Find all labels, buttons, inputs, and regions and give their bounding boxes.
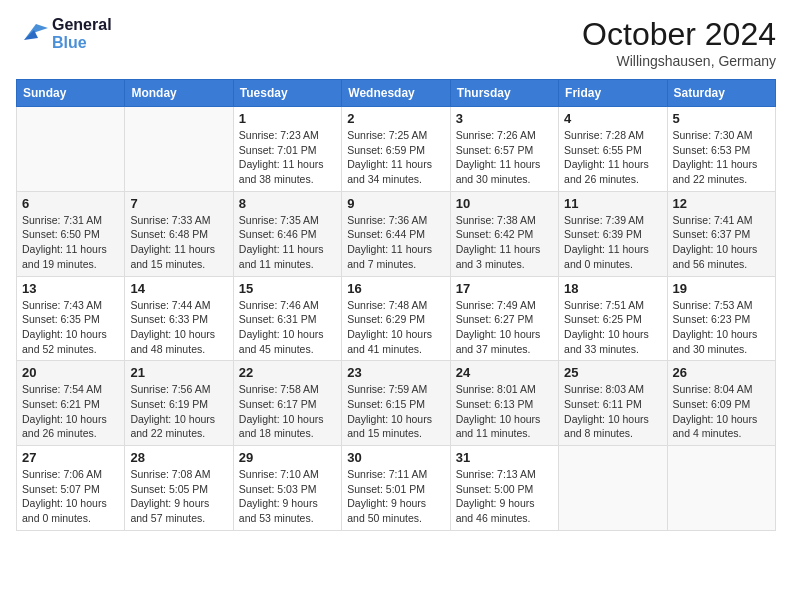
day-info: Sunrise: 7:25 AM Sunset: 6:59 PM Dayligh… <box>347 128 444 187</box>
page-header: General Blue October 2024 Willingshausen… <box>16 16 776 69</box>
month-title: October 2024 <box>582 16 776 53</box>
day-number: 29 <box>239 450 336 465</box>
day-number: 30 <box>347 450 444 465</box>
calendar-cell: 17Sunrise: 7:49 AM Sunset: 6:27 PM Dayli… <box>450 276 558 361</box>
day-number: 23 <box>347 365 444 380</box>
day-info: Sunrise: 7:10 AM Sunset: 5:03 PM Dayligh… <box>239 467 336 526</box>
calendar-week-row: 27Sunrise: 7:06 AM Sunset: 5:07 PM Dayli… <box>17 446 776 531</box>
day-info: Sunrise: 7:06 AM Sunset: 5:07 PM Dayligh… <box>22 467 119 526</box>
weekday-header-wednesday: Wednesday <box>342 80 450 107</box>
calendar-cell: 31Sunrise: 7:13 AM Sunset: 5:00 PM Dayli… <box>450 446 558 531</box>
calendar-cell: 11Sunrise: 7:39 AM Sunset: 6:39 PM Dayli… <box>559 191 667 276</box>
day-info: Sunrise: 7:33 AM Sunset: 6:48 PM Dayligh… <box>130 213 227 272</box>
calendar-cell: 15Sunrise: 7:46 AM Sunset: 6:31 PM Dayli… <box>233 276 341 361</box>
weekday-header-monday: Monday <box>125 80 233 107</box>
day-info: Sunrise: 7:35 AM Sunset: 6:46 PM Dayligh… <box>239 213 336 272</box>
day-number: 13 <box>22 281 119 296</box>
calendar-cell: 6Sunrise: 7:31 AM Sunset: 6:50 PM Daylig… <box>17 191 125 276</box>
calendar-cell: 8Sunrise: 7:35 AM Sunset: 6:46 PM Daylig… <box>233 191 341 276</box>
calendar-cell: 13Sunrise: 7:43 AM Sunset: 6:35 PM Dayli… <box>17 276 125 361</box>
calendar-cell: 1Sunrise: 7:23 AM Sunset: 7:01 PM Daylig… <box>233 107 341 192</box>
calendar-cell: 21Sunrise: 7:56 AM Sunset: 6:19 PM Dayli… <box>125 361 233 446</box>
weekday-header-sunday: Sunday <box>17 80 125 107</box>
calendar-cell: 18Sunrise: 7:51 AM Sunset: 6:25 PM Dayli… <box>559 276 667 361</box>
day-info: Sunrise: 7:43 AM Sunset: 6:35 PM Dayligh… <box>22 298 119 357</box>
day-info: Sunrise: 7:31 AM Sunset: 6:50 PM Dayligh… <box>22 213 119 272</box>
day-number: 2 <box>347 111 444 126</box>
day-info: Sunrise: 7:08 AM Sunset: 5:05 PM Dayligh… <box>130 467 227 526</box>
day-info: Sunrise: 7:39 AM Sunset: 6:39 PM Dayligh… <box>564 213 661 272</box>
weekday-header-saturday: Saturday <box>667 80 775 107</box>
day-info: Sunrise: 7:49 AM Sunset: 6:27 PM Dayligh… <box>456 298 553 357</box>
day-info: Sunrise: 7:44 AM Sunset: 6:33 PM Dayligh… <box>130 298 227 357</box>
day-number: 18 <box>564 281 661 296</box>
day-number: 9 <box>347 196 444 211</box>
day-info: Sunrise: 7:28 AM Sunset: 6:55 PM Dayligh… <box>564 128 661 187</box>
day-number: 10 <box>456 196 553 211</box>
day-number: 20 <box>22 365 119 380</box>
day-number: 11 <box>564 196 661 211</box>
calendar-cell <box>667 446 775 531</box>
title-area: October 2024 Willingshausen, Germany <box>582 16 776 69</box>
calendar-cell: 5Sunrise: 7:30 AM Sunset: 6:53 PM Daylig… <box>667 107 775 192</box>
calendar-cell: 19Sunrise: 7:53 AM Sunset: 6:23 PM Dayli… <box>667 276 775 361</box>
calendar-cell: 14Sunrise: 7:44 AM Sunset: 6:33 PM Dayli… <box>125 276 233 361</box>
logo: General Blue <box>16 16 112 52</box>
calendar-cell: 24Sunrise: 8:01 AM Sunset: 6:13 PM Dayli… <box>450 361 558 446</box>
day-number: 8 <box>239 196 336 211</box>
day-number: 26 <box>673 365 770 380</box>
day-info: Sunrise: 7:59 AM Sunset: 6:15 PM Dayligh… <box>347 382 444 441</box>
weekday-header-thursday: Thursday <box>450 80 558 107</box>
weekday-header-row: SundayMondayTuesdayWednesdayThursdayFrid… <box>17 80 776 107</box>
calendar-cell: 30Sunrise: 7:11 AM Sunset: 5:01 PM Dayli… <box>342 446 450 531</box>
day-info: Sunrise: 7:36 AM Sunset: 6:44 PM Dayligh… <box>347 213 444 272</box>
calendar-cell: 26Sunrise: 8:04 AM Sunset: 6:09 PM Dayli… <box>667 361 775 446</box>
calendar-cell: 7Sunrise: 7:33 AM Sunset: 6:48 PM Daylig… <box>125 191 233 276</box>
day-info: Sunrise: 7:56 AM Sunset: 6:19 PM Dayligh… <box>130 382 227 441</box>
calendar-cell: 12Sunrise: 7:41 AM Sunset: 6:37 PM Dayli… <box>667 191 775 276</box>
logo-text: General Blue <box>52 16 112 52</box>
day-number: 22 <box>239 365 336 380</box>
day-number: 4 <box>564 111 661 126</box>
weekday-header-friday: Friday <box>559 80 667 107</box>
day-info: Sunrise: 8:04 AM Sunset: 6:09 PM Dayligh… <box>673 382 770 441</box>
calendar-cell: 29Sunrise: 7:10 AM Sunset: 5:03 PM Dayli… <box>233 446 341 531</box>
day-info: Sunrise: 7:11 AM Sunset: 5:01 PM Dayligh… <box>347 467 444 526</box>
day-number: 1 <box>239 111 336 126</box>
day-number: 3 <box>456 111 553 126</box>
day-info: Sunrise: 7:38 AM Sunset: 6:42 PM Dayligh… <box>456 213 553 272</box>
calendar-table: SundayMondayTuesdayWednesdayThursdayFrid… <box>16 79 776 531</box>
day-info: Sunrise: 7:51 AM Sunset: 6:25 PM Dayligh… <box>564 298 661 357</box>
day-number: 14 <box>130 281 227 296</box>
calendar-cell: 22Sunrise: 7:58 AM Sunset: 6:17 PM Dayli… <box>233 361 341 446</box>
day-info: Sunrise: 7:58 AM Sunset: 6:17 PM Dayligh… <box>239 382 336 441</box>
day-number: 17 <box>456 281 553 296</box>
day-number: 25 <box>564 365 661 380</box>
calendar-cell <box>125 107 233 192</box>
day-number: 5 <box>673 111 770 126</box>
calendar-cell: 23Sunrise: 7:59 AM Sunset: 6:15 PM Dayli… <box>342 361 450 446</box>
calendar-week-row: 6Sunrise: 7:31 AM Sunset: 6:50 PM Daylig… <box>17 191 776 276</box>
day-number: 19 <box>673 281 770 296</box>
day-info: Sunrise: 7:13 AM Sunset: 5:00 PM Dayligh… <box>456 467 553 526</box>
calendar-cell <box>17 107 125 192</box>
calendar-cell <box>559 446 667 531</box>
day-number: 7 <box>130 196 227 211</box>
location-subtitle: Willingshausen, Germany <box>582 53 776 69</box>
day-info: Sunrise: 7:41 AM Sunset: 6:37 PM Dayligh… <box>673 213 770 272</box>
day-number: 27 <box>22 450 119 465</box>
day-number: 28 <box>130 450 227 465</box>
day-info: Sunrise: 7:48 AM Sunset: 6:29 PM Dayligh… <box>347 298 444 357</box>
day-info: Sunrise: 7:46 AM Sunset: 6:31 PM Dayligh… <box>239 298 336 357</box>
day-number: 21 <box>130 365 227 380</box>
calendar-week-row: 13Sunrise: 7:43 AM Sunset: 6:35 PM Dayli… <box>17 276 776 361</box>
calendar-cell: 27Sunrise: 7:06 AM Sunset: 5:07 PM Dayli… <box>17 446 125 531</box>
calendar-cell: 3Sunrise: 7:26 AM Sunset: 6:57 PM Daylig… <box>450 107 558 192</box>
day-number: 16 <box>347 281 444 296</box>
calendar-week-row: 1Sunrise: 7:23 AM Sunset: 7:01 PM Daylig… <box>17 107 776 192</box>
calendar-cell: 16Sunrise: 7:48 AM Sunset: 6:29 PM Dayli… <box>342 276 450 361</box>
calendar-cell: 9Sunrise: 7:36 AM Sunset: 6:44 PM Daylig… <box>342 191 450 276</box>
day-number: 6 <box>22 196 119 211</box>
calendar-cell: 4Sunrise: 7:28 AM Sunset: 6:55 PM Daylig… <box>559 107 667 192</box>
day-info: Sunrise: 8:01 AM Sunset: 6:13 PM Dayligh… <box>456 382 553 441</box>
